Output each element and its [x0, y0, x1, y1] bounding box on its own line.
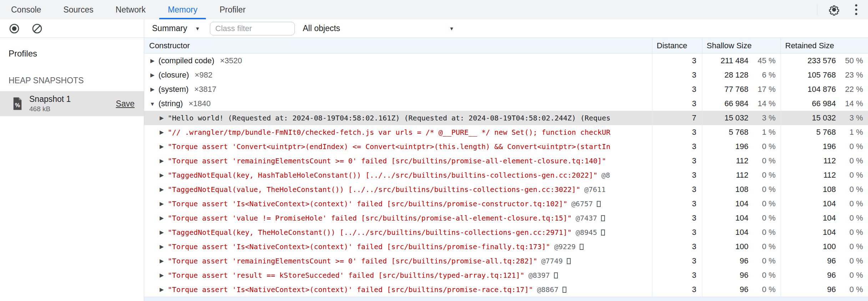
object-scope-select[interactable]: All objects ▼	[303, 24, 455, 33]
expand-arrow-icon[interactable]: ▶	[158, 143, 165, 150]
shallow-size-cell: 1080 %	[702, 182, 781, 197]
object-id: @6757	[571, 199, 593, 208]
grid-row[interactable]: ▶"Torque assert 'remainingElementsCount …	[144, 254, 868, 268]
collapse-arrow-icon[interactable]: ▼	[149, 101, 156, 107]
grid-row[interactable]: ▶"Torque assert 'result == kStoreSuccede…	[144, 268, 868, 282]
shallow-size-value: 15 032	[725, 113, 748, 123]
constructor-cell: ▶"Torque assert 'remainingElementsCount …	[144, 254, 652, 268]
expand-arrow-icon[interactable]: ▶	[158, 186, 165, 193]
column-header-constructor[interactable]: Constructor	[144, 41, 652, 50]
column-header-shallow-size[interactable]: Shallow Size	[702, 38, 781, 53]
grid-row[interactable]: ▶"TaggedNotEqual(value, TheHoleConstant(…	[144, 182, 868, 197]
shallow-size-cell: 1040 %	[702, 225, 781, 240]
grid-row[interactable]: ▶"Torque assert 'Is<NativeContext>(conte…	[144, 240, 868, 254]
expand-arrow-icon[interactable]: ▶	[158, 115, 165, 121]
grid-row[interactable]: ▶"Torque assert 'Is<NativeContext>(conte…	[144, 197, 868, 211]
distance-cell: 3	[652, 68, 702, 82]
svg-text:%: %	[15, 102, 20, 108]
expand-arrow-icon[interactable]: ▶	[149, 58, 156, 64]
block-icon[interactable]	[31, 23, 43, 34]
constructor-cell: ▶"TaggedNotEqual(value, TheHoleConstant(…	[144, 182, 652, 197]
grid-row[interactable]: ▶"Torque assert 'Convert<uintptr>(endInd…	[144, 139, 868, 154]
tab-network[interactable]: Network	[105, 0, 157, 19]
shallow-size-value: 28 128	[725, 70, 748, 80]
retained-size-value: 104 876	[807, 85, 836, 94]
expand-arrow-icon[interactable]: ▶	[158, 258, 165, 264]
expand-arrow-icon[interactable]: ▶	[158, 129, 165, 135]
retained-size-percent: 0 %	[836, 285, 863, 294]
missing-glyph-icon	[601, 215, 605, 221]
grid-row[interactable]: ▶"Torque assert 'remainingElementsCount …	[144, 154, 868, 168]
grid-row[interactable]: ▼(string)×1840366 98414 %66 98414 %	[144, 97, 868, 111]
grid-row[interactable]: ▶"Torque assert 'Is<NativeContext>(conte…	[144, 282, 868, 297]
distance-cell: 3	[652, 268, 702, 282]
distance-cell: 3	[652, 139, 702, 154]
shallow-size-value: 5 768	[729, 128, 748, 137]
distance-cell: 3	[652, 54, 702, 68]
missing-glyph-icon	[554, 272, 558, 278]
retained-size-percent: 0 %	[836, 199, 863, 208]
constructor-cell: ▶(system)×3817	[144, 82, 652, 97]
string-value: "Torque assert 'remainingElementsCount >…	[168, 157, 606, 165]
grid-row[interactable]: ▶"TaggedNotEqual(key, TheHoleConstant())…	[144, 225, 868, 240]
constructor-name: (string)	[158, 99, 183, 108]
grid-row[interactable]: ▶"Hello world! (Requested at: 2024-08-19…	[144, 111, 868, 125]
snapshot-meta: Snapshot 1 468 kB	[29, 94, 71, 113]
tab-sources[interactable]: Sources	[52, 0, 104, 19]
column-header-retained-size[interactable]: Retained Size	[781, 38, 868, 53]
constructor-cell: ▶"Torque assert 'Is<NativeContext>(conte…	[144, 282, 652, 297]
save-snapshot-link[interactable]: Save	[116, 99, 135, 109]
class-filter-input[interactable]	[210, 22, 295, 35]
distance-cell: 3	[652, 254, 702, 268]
distance-cell: 3	[652, 225, 702, 240]
retained-size-cell: 1040 %	[781, 197, 868, 211]
grid-row[interactable]: ▶(closure)×982328 1286 %105 76823 %	[144, 68, 868, 82]
shallow-size-value: 112	[736, 171, 748, 180]
retained-size-value: 96	[827, 285, 836, 294]
shallow-size-percent: 0 %	[748, 285, 776, 294]
expand-arrow-icon[interactable]: ▶	[158, 201, 165, 207]
kebab-menu-icon[interactable]	[853, 3, 859, 16]
record-icon[interactable]	[9, 23, 20, 34]
shallow-size-percent: 6 %	[748, 70, 776, 80]
retained-size-value: 112	[823, 156, 836, 166]
tab-profiler[interactable]: Profiler	[208, 0, 257, 19]
expand-arrow-icon[interactable]: ▶	[158, 286, 165, 293]
grid-row[interactable]: ▶"Torque assert 'value != PromiseHole' f…	[144, 211, 868, 225]
shallow-size-value: 77 768	[725, 85, 748, 94]
expand-arrow-icon[interactable]: ▶	[149, 72, 156, 78]
expand-arrow-icon[interactable]: ▶	[158, 229, 165, 236]
grid-row[interactable]: ▶"// .wrangler/tmp/bundle-FmNIt0/checked…	[144, 125, 868, 139]
tab-memory[interactable]: Memory	[157, 0, 208, 19]
heap-snapshot-grid: Constructor Distance Shallow Size Retain…	[144, 38, 868, 301]
devtools-tabbar: ConsoleSourcesNetworkMemoryProfiler	[0, 0, 868, 19]
grid-row[interactable]: ▶(system)×3817377 76817 %104 87622 %	[144, 82, 868, 97]
perspective-select[interactable]: Summary ▼	[150, 24, 206, 33]
grid-row[interactable]: ▶(compiled code)×35203211 48445 %233 576…	[144, 54, 868, 68]
tab-console[interactable]: Console	[0, 0, 52, 19]
distance-cell: 3	[652, 168, 702, 182]
gear-icon[interactable]	[828, 4, 840, 16]
shallow-size-value: 96	[740, 271, 748, 280]
shallow-size-cell: 1120 %	[702, 168, 781, 182]
shallow-size-percent: 0 %	[748, 199, 776, 208]
expand-arrow-icon[interactable]: ▶	[149, 86, 156, 93]
expand-arrow-icon[interactable]: ▶	[158, 272, 165, 278]
chevron-down-icon: ▼	[195, 26, 200, 31]
expand-arrow-icon[interactable]: ▶	[158, 243, 165, 250]
grid-row[interactable]: ▶"TaggedNotEqual(key, HashTableHoleConst…	[144, 168, 868, 182]
shallow-size-percent: 0 %	[748, 213, 776, 223]
distance-cell: 3	[652, 125, 702, 139]
retained-size-cell: 960 %	[781, 268, 868, 282]
perspective-select-value: Summary	[152, 24, 187, 33]
expand-arrow-icon[interactable]: ▶	[158, 158, 165, 164]
distance-cell: 3	[652, 154, 702, 168]
expand-arrow-icon[interactable]: ▶	[158, 172, 165, 178]
snapshot-size: 468 kB	[29, 105, 71, 113]
sidebar-item-snapshot-1[interactable]: % Snapshot 1 468 kB Save	[0, 91, 144, 116]
expand-arrow-icon[interactable]: ▶	[158, 215, 165, 221]
object-id: @9229	[554, 242, 576, 251]
distance-cell: 7	[652, 111, 702, 125]
column-header-distance[interactable]: Distance	[652, 38, 702, 53]
object-id: @7437	[576, 214, 597, 222]
